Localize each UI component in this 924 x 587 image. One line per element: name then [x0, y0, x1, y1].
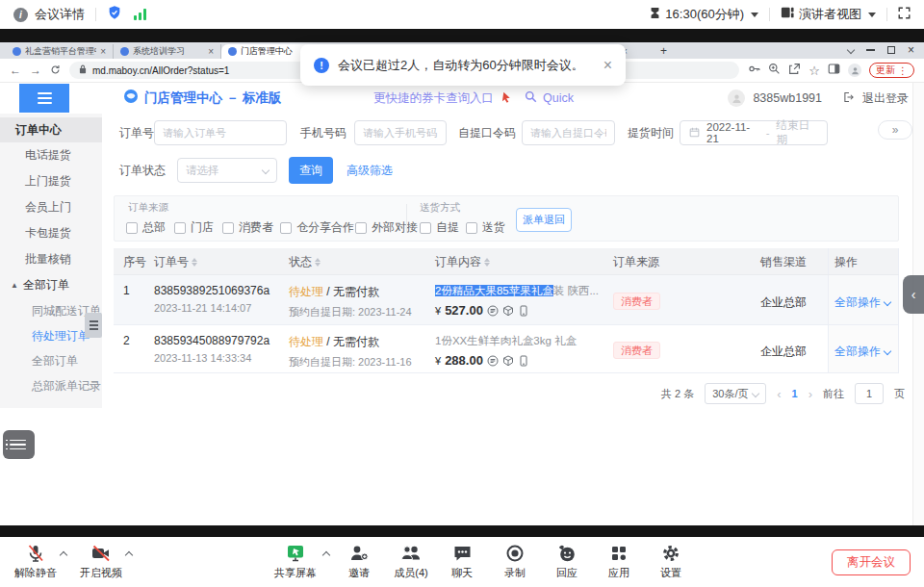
tab-close-icon[interactable]: × [208, 46, 214, 57]
chevron-down-icon[interactable] [868, 13, 876, 17]
table-row[interactable]: 1 83859389251069376a 2023-11-21 14:14:07… [114, 275, 899, 325]
sidebar-group-all-orders[interactable]: ▲ 全部订单 [0, 272, 102, 298]
pay-status: / 无需付款 [326, 285, 379, 298]
start-video-button[interactable]: 开启视频 [70, 542, 132, 580]
pickup-code-input[interactable] [522, 120, 615, 145]
date-range-picker[interactable]: 2022-11-21 - 结束日期 [680, 120, 828, 145]
checkbox-hq[interactable]: 总部 [126, 219, 166, 236]
split-view-icon[interactable] [828, 62, 840, 79]
sidebar-item-card-pickup[interactable]: 卡包提货 [0, 220, 102, 246]
refresh-icon[interactable] [50, 62, 61, 79]
side-panel-handle[interactable]: ‹ [903, 275, 924, 314]
back-icon[interactable]: ← [10, 64, 21, 77]
search-button[interactable]: 查询 [289, 157, 333, 184]
package-icon[interactable] [502, 305, 514, 317]
sidebar-section-title[interactable]: 订单中心 [0, 117, 102, 142]
goto-page-input[interactable] [855, 383, 884, 404]
browser-tab[interactable]: 系统培训学习 × [114, 44, 221, 59]
sidebar-subitem-hq-dispatch-log[interactable]: 总部派单记录 [0, 373, 102, 398]
unmute-button[interactable]: 解除静音 [5, 542, 66, 580]
col-status[interactable]: 状态 [289, 248, 321, 275]
share-icon[interactable] [788, 62, 801, 79]
checkbox-store[interactable]: 门店 [174, 219, 214, 236]
phone-icon[interactable] [518, 355, 529, 367]
checkbox-warehouse-coop[interactable]: 仓分享合作 [280, 219, 354, 236]
checkbox-delivery[interactable]: 送货 [466, 219, 505, 236]
sidebar-fold-handle[interactable] [85, 313, 102, 338]
pickup-date: 预约自提日期: 2023-11-24 [289, 305, 412, 319]
tab-search-icon[interactable] [847, 46, 855, 54]
user-avatar[interactable] [728, 89, 745, 107]
window-restore-button[interactable] [887, 46, 895, 54]
current-page[interactable]: 1 [792, 388, 798, 399]
sidebar-subitem-all-orders[interactable]: 全部订单 [0, 348, 102, 373]
chrome-update-button[interactable]: 更新 ⋮ [869, 63, 914, 78]
prev-page-button[interactable]: ‹ [777, 387, 781, 401]
col-channel: 销售渠道 [760, 248, 807, 275]
shield-check-icon[interactable] [107, 5, 122, 24]
content-rest: 装 陕西... [553, 285, 599, 296]
content-selected-text[interactable]: 2份精品大果85苹果礼盒 [435, 285, 553, 296]
next-page-button[interactable]: › [808, 387, 812, 401]
forward-icon[interactable]: → [30, 64, 41, 77]
window-minimize-button[interactable] [866, 49, 875, 51]
coupon-icon[interactable] [487, 305, 499, 317]
phone-input[interactable] [354, 120, 447, 145]
window-close-button[interactable]: × [908, 43, 914, 57]
view-mode-label[interactable]: 演讲者视图 [799, 6, 861, 23]
zoom-icon[interactable] [768, 62, 781, 79]
source-badge: 消费者 [613, 293, 660, 310]
table-row[interactable]: 2 83859345088979792a 2023-11-13 14:33:34… [114, 325, 899, 373]
browser-tab[interactable]: 礼盒营销平台管理中心 × [6, 44, 114, 59]
promo-link[interactable]: 更快捷的券卡查询入口 [373, 90, 494, 107]
profile-avatar-icon[interactable] [848, 64, 861, 77]
order-status-select[interactable]: 请选择 [177, 158, 277, 183]
logout-button[interactable]: 退出登录 [862, 90, 909, 107]
info-icon[interactable]: i [13, 8, 28, 22]
checkbox-consumer[interactable]: 消费者 [222, 219, 273, 236]
chevron-down-icon[interactable] [751, 13, 758, 17]
checkbox-self-pickup[interactable]: 自提 [420, 219, 459, 236]
coupon-icon[interactable] [487, 355, 499, 367]
collapse-filters-button[interactable]: » [878, 120, 912, 140]
table-header: 序号 订单号 状态 订单内容 订单来源 销售渠道 操作 [114, 248, 899, 275]
sidebar-item-door-pickup[interactable]: 上门提货 [0, 168, 102, 194]
col-content[interactable]: 订单内容 [435, 248, 490, 275]
settings-button[interactable]: 设置 [640, 542, 702, 580]
sidebar-item-member-visit[interactable]: 会员上门 [0, 194, 102, 220]
toast-close-icon[interactable]: × [603, 57, 612, 74]
calendar-icon [689, 127, 700, 140]
username[interactable]: 8385wb1991 [753, 91, 822, 105]
advanced-filter-link[interactable]: 高级筛选 [346, 163, 393, 179]
fullscreen-icon[interactable] [898, 6, 911, 23]
leave-meeting-button[interactable]: 离开会议 [832, 549, 911, 575]
browser-window: 礼盒营销平台管理中心 × 系统培训学习 × 门店管理中心 × × [0, 42, 924, 525]
new-tab-button[interactable]: + [660, 44, 667, 58]
package-icon[interactable] [502, 355, 514, 367]
quick-search-icon[interactable] [525, 89, 537, 107]
sidebar-item-batch-verify[interactable]: 批量核销 [0, 246, 102, 272]
col-order-no[interactable]: 订单号 [154, 248, 197, 275]
dispatch-return-button[interactable]: 派单退回 [516, 208, 572, 232]
app-title: 门店管理中心 － 标准版 [144, 89, 282, 107]
sort-icon[interactable] [315, 258, 321, 267]
sort-icon[interactable] [192, 258, 197, 267]
share-screen-button[interactable]: 共享屏幕 [265, 542, 326, 580]
meeting-details-label[interactable]: 会议详情 [35, 6, 85, 23]
phone-icon[interactable] [518, 305, 529, 317]
sort-icon[interactable] [484, 258, 490, 267]
tab-close-icon[interactable]: × [100, 46, 106, 57]
checkbox-external[interactable]: 外部对接 [355, 219, 418, 236]
page-size-select[interactable]: 30条/页 [705, 383, 766, 404]
row-actions-dropdown[interactable]: 全部操作 [834, 344, 890, 360]
checkbox-icon [126, 222, 138, 234]
bookmark-star-icon[interactable]: ☆ [808, 64, 820, 78]
floating-list-button[interactable] [3, 430, 35, 459]
url-text: md.maboy.cn/AllOrder?status=1 [92, 65, 229, 76]
row-actions-dropdown[interactable]: 全部操作 [834, 294, 890, 311]
sidebar-item-phone-pickup[interactable]: 电话提货 [0, 142, 102, 168]
hamburger-menu-button[interactable] [19, 84, 69, 113]
quick-label[interactable]: Quick [543, 91, 574, 105]
key-icon[interactable] [748, 62, 760, 79]
order-no-input[interactable] [154, 120, 287, 145]
